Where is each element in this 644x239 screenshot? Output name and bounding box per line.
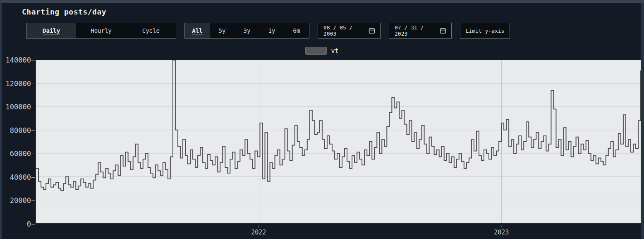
range-all-button[interactable]: All: [185, 23, 210, 38]
charting-page: Charting posts/day Daily Hourly Cycle Al…: [0, 0, 644, 239]
end-date-value: 07 / 31 / 2023: [395, 24, 440, 37]
top-edge-strip: [0, 0, 644, 3]
y-tick-mark: [31, 107, 35, 107]
calendar-icon[interactable]: [440, 27, 446, 34]
start-date-value: 08 / 05 / 2003: [323, 24, 369, 37]
y-tick-mark: [31, 84, 35, 84]
range-6m-button[interactable]: 6m: [284, 23, 309, 38]
range-3y-button[interactable]: 3y: [235, 23, 259, 38]
legend-swatch: [305, 47, 327, 55]
y-tick-label: 120000: [0, 80, 31, 87]
vt-step-line-chart[interactable]: [36, 60, 641, 223]
chart-plot-area[interactable]: [35, 60, 641, 224]
view-mode-daily-button[interactable]: Daily: [26, 23, 76, 38]
page-title: Charting posts/day: [22, 7, 106, 16]
series-vt[interactable]: [36, 60, 641, 191]
x-tick-label: 2023: [494, 229, 509, 236]
legend-series-label: vt: [331, 47, 338, 55]
range-button-group: All 5y 3y 1y 6m: [184, 23, 309, 39]
start-date-input[interactable]: 08 / 05 / 2003: [318, 23, 381, 39]
y-tick-label: 140000: [0, 56, 31, 64]
y-tick-mark: [31, 130, 35, 131]
y-tick-mark: [31, 154, 35, 154]
y-tick-label: 80000: [0, 127, 31, 134]
x-tick-label: 2022: [251, 229, 266, 236]
y-tick-label: 40000: [0, 174, 31, 181]
y-tick-label: 100000: [0, 103, 31, 111]
chart-legend: vt: [0, 47, 644, 55]
x-tick-mark: [258, 225, 259, 228]
limit-y-axis-button[interactable]: Limit y-axis: [460, 23, 510, 39]
y-tick-label: 0: [0, 220, 31, 228]
view-mode-button-group: Daily Hourly Cycle: [26, 23, 176, 39]
view-mode-cycle-button[interactable]: Cycle: [126, 23, 176, 38]
y-tick-mark: [31, 177, 35, 178]
right-scrollbar-strip[interactable]: [641, 3, 644, 239]
y-tick-mark: [31, 224, 35, 225]
y-tick-mark: [31, 60, 35, 60]
view-mode-hourly-button[interactable]: Hourly: [76, 23, 126, 38]
end-date-input[interactable]: 07 / 31 / 2023: [389, 23, 452, 39]
y-tick-label: 60000: [0, 150, 31, 157]
y-tick-mark: [31, 200, 35, 201]
range-1y-button[interactable]: 1y: [259, 23, 284, 38]
x-tick-mark: [501, 225, 502, 228]
range-5y-button[interactable]: 5y: [210, 23, 235, 38]
calendar-icon[interactable]: [369, 27, 375, 34]
y-tick-label: 20000: [0, 197, 31, 204]
